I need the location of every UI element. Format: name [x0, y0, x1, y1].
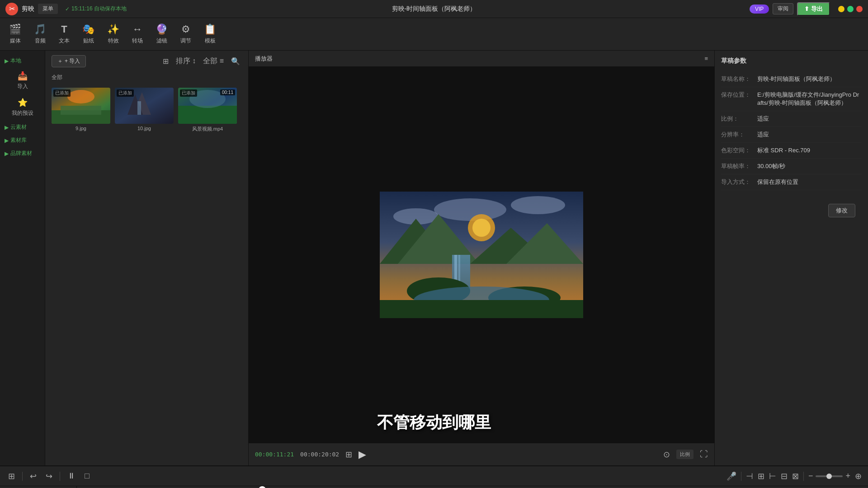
param-row-fps: 草稿帧率： 30.00帧/秒 — [721, 159, 862, 174]
fit-timeline-button[interactable]: ⊕ — [855, 471, 862, 481]
adjust-icon: ⚙ — [181, 23, 190, 35]
app-name: 剪映 — [22, 5, 34, 13]
fullscreen-small-icon[interactable]: ⊙ — [663, 450, 670, 460]
svg-rect-27 — [380, 300, 583, 318]
zoom-slider[interactable] — [816, 475, 843, 477]
play-button[interactable]: ▶ — [359, 449, 366, 460]
import-button[interactable]: ＋ + 导入 — [52, 55, 86, 67]
playhead-handle[interactable] — [259, 486, 266, 488]
tool-filter[interactable]: 🔮 滤镜 — [156, 23, 168, 45]
microphone-button[interactable]: 🎤 — [726, 471, 736, 481]
redo-button[interactable]: ↪ — [44, 470, 54, 482]
maximize-button[interactable] — [847, 6, 854, 12]
sidebar-item-import[interactable]: 📥 导入 — [0, 67, 45, 94]
ratio-button[interactable]: 比例 — [676, 450, 693, 459]
effects-icon: ✨ — [107, 23, 119, 35]
sidebar-brand[interactable]: ▶ 品牌素材 — [0, 147, 45, 160]
sidebar-item-presets[interactable]: ⭐ 我的预设 — [0, 94, 45, 121]
undo-button[interactable]: ↩ — [28, 470, 38, 482]
import-plus-icon: ＋ — [57, 57, 63, 65]
param-resolution-value: 适应 — [757, 131, 862, 139]
align-button[interactable]: ⊠ — [792, 471, 799, 481]
media-thumb-3: 已添加 00:11 — [178, 88, 237, 124]
vip-button[interactable]: VIP — [750, 5, 769, 14]
window-title: 剪映-时间轴面板（阿枫老师） — [392, 5, 476, 13]
audio-icon: 🎵 — [34, 23, 46, 35]
sidebar-local[interactable]: ▶ 本地 — [0, 54, 45, 67]
chapters-icon[interactable]: ⊞ — [345, 450, 352, 460]
menu-button[interactable]: 菜单 — [38, 4, 58, 14]
timeline-layout-button[interactable]: ⊞ — [6, 470, 17, 482]
media-toolbar: ⊞ 排序 ↕ 全部 ≡ 🔍 — [161, 56, 242, 67]
filter-icon: 🔮 — [156, 23, 168, 35]
param-import-value: 保留在原有位置 — [757, 178, 862, 186]
param-save-value: E:/剪映电脑版/缓存文件/JianyingPro Drafts/剪映-时间轴面… — [757, 91, 862, 107]
draft-params-title: 草稿参数 — [721, 57, 862, 65]
param-row-colorspace: 色彩空间： 标准 SDR - Rec.709 — [721, 143, 862, 159]
param-import-label: 导入方式： — [721, 178, 757, 186]
grid-view-button[interactable]: ⊞ — [161, 56, 170, 66]
sidebar: ▶ 本地 📥 导入 ⭐ 我的预设 ▶ 云素材 ▶ 素材库 ▶ 品牌素材 — [0, 51, 45, 465]
sidebar-library[interactable]: ▶ 素材库 — [0, 134, 45, 147]
delete-button[interactable]: □ — [83, 470, 91, 482]
player-menu-icon[interactable]: ≡ — [704, 55, 708, 62]
sort-button[interactable]: 排序 ↕ — [174, 56, 198, 67]
review-button[interactable]: 审阅 — [773, 3, 793, 14]
snap-center-button[interactable]: ⊞ — [758, 471, 764, 481]
text-icon: T — [61, 23, 67, 35]
distribute-button[interactable]: ⊟ — [781, 471, 788, 481]
svg-point-1 — [67, 90, 94, 103]
param-row-resolution: 分辨率： 适应 — [721, 127, 862, 143]
media-name-3: 风景视频.mp4 — [178, 126, 237, 132]
export-button[interactable]: ⬆ 导出 — [797, 2, 830, 16]
tool-media[interactable]: 🎬 媒体 — [9, 23, 21, 45]
autosave-status: ✓ 15:11:16 自动保存本地 — [65, 5, 127, 13]
minimize-button[interactable] — [838, 6, 844, 12]
media-name-2: 10.jpg — [115, 126, 174, 131]
tl-sep-1 — [22, 472, 23, 481]
player-time-total: 00:00:20:02 — [300, 451, 339, 458]
player-panel: 播放器 ≡ — [249, 51, 714, 465]
tool-text[interactable]: T 文本 — [59, 23, 70, 45]
tool-audio-label: 音频 — [35, 37, 46, 45]
tool-sticker[interactable]: 🎭 贴纸 — [82, 23, 94, 45]
param-fps-label: 草稿帧率： — [721, 162, 757, 170]
media-added-badge-2: 已添加 — [117, 89, 134, 97]
player-area — [249, 67, 714, 443]
media-duration-3: 00:11 — [220, 89, 235, 95]
split-button[interactable]: ⏸ — [66, 470, 77, 482]
tl-sep-3 — [741, 472, 741, 481]
media-item-1[interactable]: 已添加 9.jpg — [52, 88, 110, 461]
modify-button[interactable]: 修改 — [828, 204, 855, 217]
media-added-badge-3: 已添加 — [180, 89, 197, 97]
media-item-3[interactable]: 已添加 00:11 风景视频.mp4 — [178, 88, 237, 461]
snap-left-button[interactable]: ⊣ — [746, 471, 753, 481]
zoom-out-button[interactable]: − — [808, 471, 813, 481]
media-icon: 🎬 — [9, 23, 21, 35]
close-button[interactable] — [856, 6, 863, 12]
tool-adjust[interactable]: ⚙ 调节 — [180, 23, 191, 45]
fullscreen-icon[interactable]: ⛶ — [700, 450, 708, 459]
media-item-2[interactable]: 已添加 10.jpg — [115, 88, 174, 461]
snap-right-button[interactable]: ⊢ — [769, 471, 776, 481]
tool-effects[interactable]: ✨ 特效 — [107, 23, 119, 45]
timeline-toolbar: ⊞ ↩ ↪ ⏸ □ 🎤 ⊣ ⊞ ⊢ ⊟ ⊠ − + ⊕ — [0, 466, 868, 486]
svg-point-13 — [511, 196, 565, 214]
sidebar-lib-arrow-icon: ▶ — [5, 137, 9, 144]
tool-template[interactable]: 📋 模板 — [204, 23, 216, 45]
tl-sep-2 — [60, 472, 60, 481]
app-logo: ✂ — [5, 3, 18, 15]
tool-audio[interactable]: 🎵 音频 — [34, 23, 46, 45]
param-name-label: 草稿名称： — [721, 75, 757, 83]
tool-sticker-label: 贴纸 — [83, 37, 94, 45]
zoom-in-button[interactable]: + — [845, 471, 850, 481]
param-name-value: 剪映-时间轴面板（阿枫老师） — [757, 75, 862, 83]
media-added-badge-1: 已添加 — [53, 89, 71, 97]
search-button[interactable]: 🔍 — [229, 56, 242, 66]
sidebar-cloud[interactable]: ▶ 云素材 — [0, 121, 45, 134]
tool-transition[interactable]: ↔ 转场 — [132, 23, 143, 45]
param-row-import: 导入方式： 保留在原有位置 — [721, 174, 862, 190]
filter-dropdown-button[interactable]: 全部 ≡ — [201, 56, 226, 67]
template-icon: 📋 — [204, 23, 216, 35]
logo-area: ✂ 剪映 — [5, 3, 34, 15]
